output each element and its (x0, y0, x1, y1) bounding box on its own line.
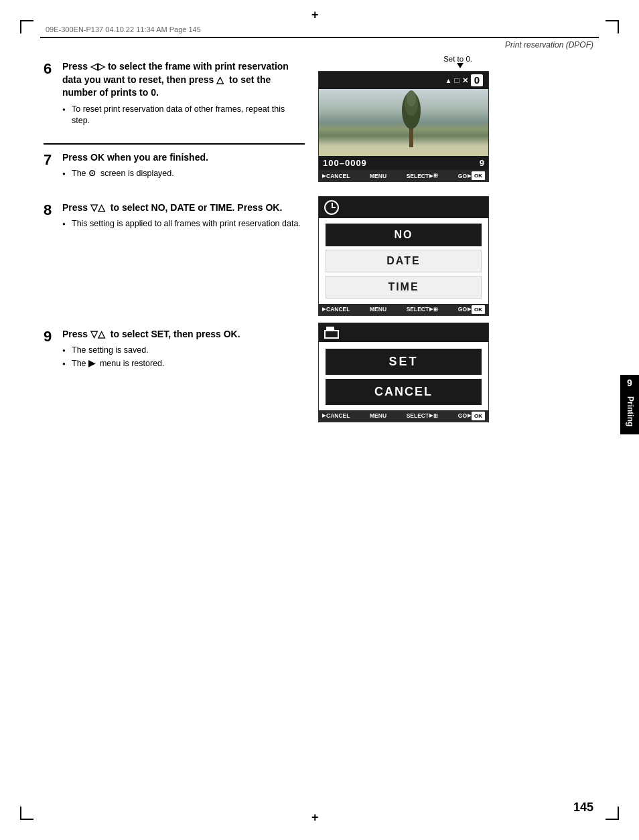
step9-bullet2: The ▶ menu is restored. (62, 358, 305, 370)
screen3-nav-go: GO ▶ OK (458, 412, 485, 420)
step9-number: 9 (44, 329, 58, 344)
step9-ok: OK (224, 329, 238, 339)
screen1-ok-label: OK (472, 171, 485, 180)
step9-bullets: The setting is saved. The ▶ menu is rest… (62, 345, 305, 369)
step6-number: 6 (44, 62, 58, 76)
screen2-nav-bar: ▶ CANCEL MENU SELECT ▶ ⊞ GO ▶ OK (319, 304, 488, 315)
screen2-menu-label: MENU (370, 306, 386, 313)
screen3-print-icon (324, 327, 339, 339)
screen2-menu-time: TIME (326, 276, 482, 299)
step6-title: Press ◁▷ to select the frame with print … (62, 60, 305, 100)
step8-title: Press ▽△ to select NO, DATE or TIME. Pre… (62, 201, 305, 215)
step8-row: 8 Press ▽△ to select NO, DATE or TIME. P… (44, 201, 305, 232)
step9-bullet1: The setting is saved. (62, 345, 305, 357)
step6-symbol1: ◁▷ (90, 61, 105, 72)
screen1-menu-label: MENU (370, 173, 386, 179)
step6-bullet1: To reset print reservation data of other… (62, 104, 305, 127)
screen3-top-bar (319, 323, 488, 342)
screen2-cancel-label: CANCEL (326, 306, 350, 313)
screen2-menu-area: NO DATE TIME (319, 224, 488, 299)
screen2-top-bar (319, 197, 488, 218)
step7-number: 7 (44, 153, 58, 167)
set-to-zero-label: Set to 0. (318, 55, 489, 63)
step8-section: 8 Press ▽△ to select NO, DATE or TIME. P… (44, 196, 595, 316)
screen3-nav-select: SELECT ▶ ⊞ (407, 412, 439, 419)
page-number: 145 (573, 801, 593, 815)
step6-divider (44, 143, 305, 145)
screen1-nav-select: SELECT ▶ ⊞ (407, 173, 439, 179)
screen2-nav-select: SELECT ▶ ⊞ (407, 306, 439, 313)
step9-row: 9 Press ▽△ to select SET, then press OK.… (44, 328, 305, 371)
screen2-ok-label: OK (472, 305, 485, 314)
screen3-nav-cancel: ▶ CANCEL (322, 412, 350, 419)
screen1-tree (393, 90, 429, 151)
corner-mark-br (606, 807, 619, 820)
screen1-nav-go: GO ▶ OK (458, 171, 485, 180)
screen1-zero: 0 (471, 74, 483, 86)
step9-left: 9 Press ▽△ to select SET, then press OK.… (44, 323, 305, 422)
step6-symbol2: △ (216, 74, 224, 85)
step7-row: 7 Press OK when you are finished. The ⊙ … (44, 151, 305, 181)
screen3-area: SET CANCEL ▶ CANCEL MENU SELECT ▶ ⊞ (318, 323, 492, 422)
screen2-menu-date: DATE (326, 250, 482, 272)
screen1-nav-bar: ▶ CANCEL MENU SELECT ▶ ⊞ GO ▶ OK (319, 170, 488, 181)
step8-ok: OK (265, 202, 279, 213)
svg-point-3 (407, 90, 416, 106)
screen2-menu-no: NO (326, 224, 482, 246)
screen3-menu-cancel: CANCEL (326, 379, 482, 405)
icon-top (326, 327, 334, 330)
screen2-area: NO DATE TIME ▶ CANCEL MENU SELECT ▶ (318, 196, 492, 316)
screen3-nav-bar: ▶ CANCEL MENU SELECT ▶ ⊞ GO ▶ OK (319, 410, 488, 422)
step6-row: 6 Press ◁▷ to select the frame with prin… (44, 60, 305, 129)
screen2-select-label: SELECT (407, 306, 429, 313)
screen3-ok-label: OK (472, 412, 485, 420)
step8-bullets: This setting is applied to all frames wi… (62, 218, 305, 230)
timer-hand-h (332, 207, 336, 208)
screen3-cancel-label: CANCEL (326, 412, 350, 419)
header-bar (40, 37, 599, 38)
screen1-icon-arrow: ▲ (445, 77, 452, 84)
screen2-timer-icon (324, 200, 339, 215)
main-content: 6 Press ◁▷ to select the frame with prin… (44, 47, 595, 800)
screen1-bottom-bar: 100–0009 9 (319, 156, 488, 170)
screen1-frame-id: 100–0009 (323, 158, 367, 168)
screen1-go-label: GO (458, 173, 467, 179)
step6-left: 6 Press ◁▷ to select the frame with prin… (44, 55, 305, 193)
screen1-frame-count: 9 (480, 158, 484, 168)
corner-mark-tr (606, 20, 619, 33)
step9-symbol: ▽△ (90, 329, 105, 339)
screen3-nav-menu: MENU (370, 412, 386, 419)
corner-mark-bl (20, 807, 33, 820)
screen3-menu-area: SET CANCEL (319, 342, 488, 410)
step8-symbol: ▽△ (90, 202, 105, 213)
camera-screen-2: NO DATE TIME ▶ CANCEL MENU SELECT ▶ (318, 196, 489, 316)
screen1-photo (319, 89, 488, 156)
screen3-menu-label: MENU (370, 412, 386, 419)
set-to-zero-arrow (457, 63, 464, 68)
step9-title: Press ▽△ to select SET, then press OK. (62, 328, 305, 341)
step6-section: 6 Press ◁▷ to select the frame with prin… (44, 55, 595, 193)
screen3-go-label: GO (458, 412, 467, 419)
screen1-area: Set to 0. ▲ □ ✕ 0 (318, 55, 492, 193)
step6-content: Press ◁▷ to select the frame with print … (62, 60, 305, 129)
screen1-cancel-label: CANCEL (326, 173, 350, 179)
cross-mark-top (314, 13, 325, 24)
camera-screen-3: SET CANCEL ▶ CANCEL MENU SELECT ▶ ⊞ (318, 323, 489, 422)
step9-content: Press ▽△ to select SET, then press OK. T… (62, 328, 305, 371)
screen2-go-label: GO (458, 306, 467, 313)
screen1-icon-print: □ (454, 76, 459, 85)
cross-mark-bottom (314, 816, 325, 827)
screen1-select-label: SELECT (407, 173, 429, 179)
step6-bullets: To reset print reservation data of other… (62, 104, 305, 127)
icon-body (324, 330, 339, 339)
screen1-top-bar: ▲ □ ✕ 0 (319, 72, 488, 89)
screen2-nav-cancel: ▶ CANCEL (322, 306, 350, 313)
step8-content: Press ▽△ to select NO, DATE or TIME. Pre… (62, 201, 305, 232)
step7-ok: OK (90, 152, 104, 163)
screen1-icon-x: ✕ (462, 76, 468, 85)
screen1-nav-menu: MENU (370, 173, 386, 179)
step7-title: Press OK when you are finished. (62, 151, 305, 165)
screen3-menu-set: SET (326, 349, 482, 375)
camera-screen-1: ▲ □ ✕ 0 100–0009 9 (318, 71, 489, 182)
corner-mark-tl (20, 20, 33, 33)
